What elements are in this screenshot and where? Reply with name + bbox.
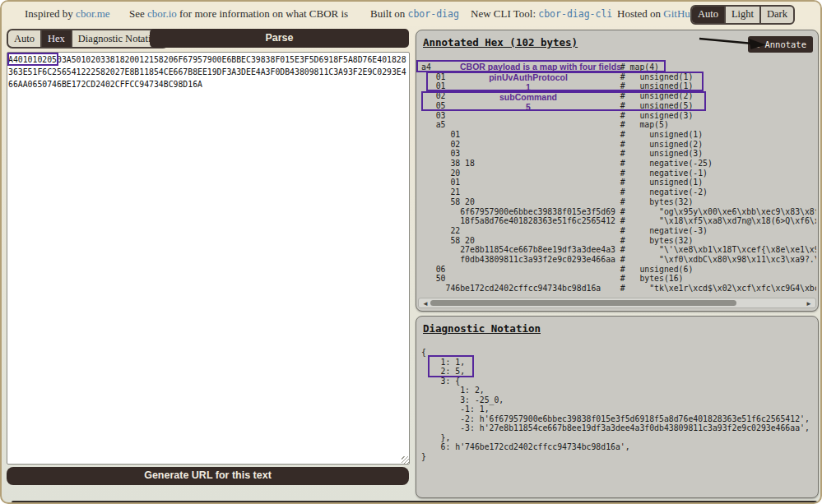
credit-cbor-io-pre: See [129, 7, 147, 20]
scroll-right-icon[interactable]: ► [806, 299, 812, 308]
generate-url-button[interactable]: Generate URL for this text [7, 467, 409, 485]
annotated-hex-content: a4 # map(4) 01 # unsigned(1) 01 # unsign… [421, 62, 816, 294]
diagnostic-notation-title: Diagnostic Notation [423, 322, 541, 335]
diagnostic-notation-content: { 1: 1, 2: 5, 3: { 1: 2, 3: -25_0, -1: 1… [421, 348, 815, 461]
credit-cli-tool: New CLI Tool: cbor-diag-cli [471, 7, 612, 21]
credit-cbor-diag-text: Built on [370, 7, 408, 20]
credit-cli-tool-text: New CLI Tool: [471, 7, 538, 20]
cbor-me-link[interactable]: cbor.me [76, 7, 110, 20]
credit-cbor-io: See cbor.io for more information on what… [129, 7, 348, 21]
textarea-resize-handle[interactable] [402, 456, 409, 464]
input-mode-tabs: Auto Hex Diagnostic Notation [7, 29, 169, 49]
annotated-hex-title: Annotated Hex (102 bytes) [423, 36, 578, 49]
theme-auto-button[interactable]: Auto [692, 7, 724, 23]
hex-horizontal-scrollbar[interactable]: ◄ ► [418, 298, 816, 308]
credit-cbor-diag: Built on cbor-diag [370, 7, 459, 21]
diagnostic-notation-panel: Diagnostic Notation { 1: 1, 2: 5, 3: { 1… [416, 316, 819, 498]
top-bar: Inspired by cbor.me See cbor.io for more… [2, 2, 820, 26]
annotated-hex-panel: Annotated Hex (102 bytes) ☑ Annotate a4 … [416, 30, 819, 312]
cbor-diag-link[interactable]: cbor-diag [408, 8, 459, 20]
credit-github-text: Hosted on [617, 7, 663, 20]
credit-cbor-me: Inspired by cbor.me [25, 7, 110, 21]
cbor-io-link[interactable]: cbor.io [147, 7, 177, 20]
theme-switcher: Auto Light Dark [690, 5, 795, 25]
credit-cbor-io-post: for more information on what CBOR is [177, 7, 348, 20]
theme-light-button[interactable]: Light [724, 7, 759, 23]
tab-auto[interactable]: Auto [8, 30, 40, 47]
scroll-left-icon[interactable]: ◄ [422, 299, 429, 308]
hex-input-textarea[interactable]: A40101020503A5010203381820012158206F6795… [7, 52, 410, 465]
scrollbar-thumb[interactable] [430, 300, 736, 306]
window-bottom-edge [12, 501, 817, 504]
theme-dark-button[interactable]: Dark [759, 7, 793, 23]
cbor-diag-cli-link[interactable]: cbor-diag-cli [538, 8, 612, 20]
credit-cbor-me-text: Inspired by [25, 7, 76, 20]
credit-github: Hosted on GitHub [617, 7, 695, 21]
tab-hex[interactable]: Hex [40, 30, 71, 47]
parse-button[interactable]: Parse [150, 29, 409, 48]
page: Inspired by cbor.me See cbor.io for more… [0, 0, 822, 504]
annotate-toggle-button[interactable]: ☑ Annotate [748, 36, 813, 53]
